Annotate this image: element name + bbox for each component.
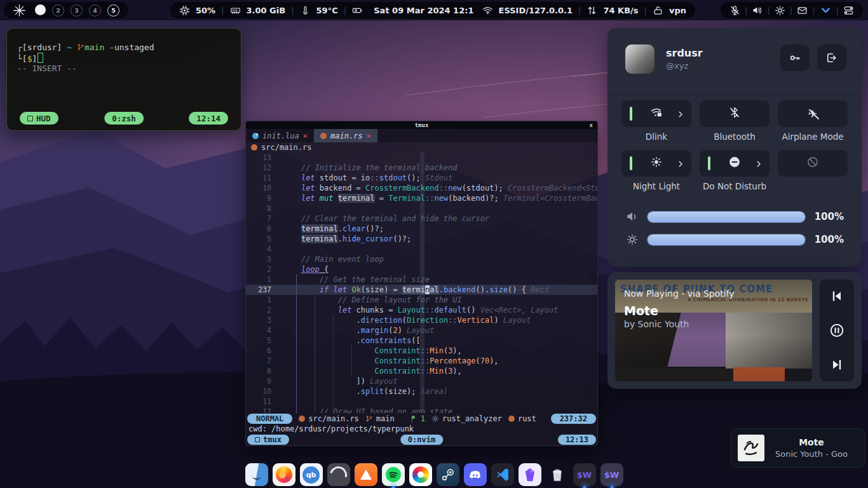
dock-obsidian-icon[interactable] [519, 463, 541, 486]
volume-icon[interactable] [752, 5, 763, 16]
code-line[interactable]: 6 terminal.clear()?; [246, 224, 597, 234]
code-line[interactable]: 2 loop { [246, 264, 597, 274]
dock-vlc-icon[interactable] [355, 463, 377, 486]
wifi-icon[interactable] [482, 5, 493, 16]
line-number: 4 [246, 244, 276, 254]
rust-file-icon [251, 144, 257, 151]
dock-media-app-icon[interactable] [327, 463, 350, 486]
workspace-4[interactable]: 4 [89, 4, 101, 17]
editor-window[interactable]: tmuxx init.lua×main.rs× src/main.rs 1312… [245, 121, 598, 446]
code-line[interactable]: 10 let backend = CrosstermBackend::new(s… [246, 183, 597, 193]
workspace-3[interactable]: 3 [71, 4, 83, 17]
close-icon[interactable]: x [590, 121, 593, 129]
brightness-slider[interactable] [647, 234, 806, 246]
code-text: let mut terminal = Terminal::new(backend… [276, 193, 597, 203]
speaker-slider[interactable] [647, 211, 806, 223]
terminal-window[interactable]: ┌[srdusr] ~ main -unstaged └[$] -- INSER… [6, 28, 241, 131]
settings-icon[interactable] [775, 5, 785, 16]
terminal-statusbar-session[interactable]: HUD [20, 112, 58, 125]
dock-steam-icon[interactable] [437, 463, 459, 486]
toggles-icon[interactable] [843, 5, 854, 16]
notification-body: Sonic Youth - Goo [764, 449, 858, 459]
code-line[interactable]: 1 // Get the terminal size [246, 274, 597, 285]
workspace-list: 2345 [35, 4, 119, 17]
code-line[interactable]: 5 terminal.hide_cursor()?; [246, 234, 597, 244]
toggle-label: Dlink [646, 132, 667, 142]
window-titlebar[interactable]: tmuxx [246, 121, 597, 129]
dock-firefox-icon[interactable] [273, 463, 295, 486]
dock-qbittorrent-icon[interactable]: qb [300, 463, 323, 486]
code-text: // Initialize the terminal backend [276, 163, 597, 173]
toggle-dlink[interactable] [621, 100, 691, 127]
dock-spotify-icon[interactable] [382, 463, 405, 486]
code-line[interactable]: 7 // Clear the terminal and hide the cur… [246, 214, 597, 224]
code-line[interactable]: 2 let chunks = Layout::default() Vec<Rec… [246, 305, 597, 315]
code-line[interactable]: 7 Constraint::Percentage(70), [246, 356, 597, 366]
chevron-right-icon[interactable] [676, 159, 685, 168]
code-line[interactable]: 9 let mut terminal = Terminal::new(backe… [246, 193, 597, 203]
dock-vscode-icon[interactable] [491, 463, 514, 486]
toggle-do-not-disturb[interactable] [700, 150, 770, 177]
code-line[interactable]: 3 .direction(Direction::Vertical) Layout [246, 315, 597, 325]
toggle-airplane-mode[interactable]: ✈ [778, 100, 848, 127]
code-text: let chunks = Layout::default() Vec<Rect>… [276, 305, 597, 315]
terminal-prompt-line1: ┌[srdusr] ~ main -unstaged [17, 43, 154, 52]
distro-logo-icon[interactable] [13, 4, 26, 17]
code-line[interactable]: 11 [246, 396, 597, 407]
code-line[interactable]: 13 [246, 152, 597, 163]
tmux-window-badge[interactable]: 0:nvim [400, 435, 443, 445]
code-line[interactable]: 6 Constraint::Min(3), [246, 346, 597, 356]
code-line[interactable]: 1 // Define layout for the UI [246, 295, 597, 305]
previous-button[interactable] [829, 288, 844, 304]
tray-mail-icon[interactable] [797, 5, 808, 16]
tmux-session-badge[interactable]: tmux [247, 435, 289, 445]
tab-close-icon[interactable]: × [303, 132, 308, 140]
code-line[interactable]: 9 ]) Layout [246, 376, 597, 386]
vpn-icon[interactable] [653, 5, 663, 16]
notification-toast[interactable]: Mote Sonic Youth - Goo [731, 428, 865, 468]
pause-button[interactable] [829, 323, 844, 338]
avatar[interactable] [625, 44, 654, 74]
dock-photos-icon[interactable] [409, 463, 432, 486]
workspace-2[interactable]: 2 [52, 4, 64, 17]
tab-init.lua[interactable]: init.lua× [246, 129, 314, 142]
code-line[interactable]: 8 [246, 203, 597, 214]
code-line[interactable]: 4 [246, 244, 597, 254]
tab-close-icon[interactable]: × [367, 132, 371, 140]
code-area[interactable]: 1312 // Initialize the terminal backend1… [246, 152, 597, 413]
code-line[interactable]: 12 // Initialize the terminal backend [246, 163, 597, 173]
code-line[interactable]: 10 .split(size); (area) [246, 386, 597, 396]
code-line[interactable]: 5 .constraints([ [246, 336, 597, 346]
code-line[interactable]: 3 // Main event loop [246, 254, 597, 264]
workspace-1[interactable] [35, 4, 46, 15]
toggle-bluetooth[interactable] [700, 100, 770, 127]
dock-discord-icon[interactable] [464, 463, 487, 486]
divider [607, 89, 862, 90]
chevron-right-icon[interactable] [676, 109, 685, 118]
toggle-blocked[interactable] [778, 150, 848, 177]
code-line[interactable]: 8 Constraint::Min(3), [246, 366, 597, 376]
dock-trash-icon[interactable] [546, 463, 569, 486]
dock-sw-app-light-icon[interactable]: $W [600, 463, 623, 486]
toggle-night-light[interactable] [621, 150, 691, 177]
logout-button[interactable] [817, 44, 846, 71]
chevron-down-icon[interactable] [820, 4, 832, 17]
dock-sw-app-dark-icon[interactable]: $W [573, 463, 596, 486]
next-button[interactable] [829, 357, 844, 372]
dock-file-manager-icon[interactable] [245, 463, 268, 486]
code-lines: 1312 // Initialize the terminal backend1… [246, 152, 597, 413]
battery-icon [352, 5, 363, 16]
code-line[interactable]: 11 let stdout = io::stdout(); Stdout [246, 173, 597, 183]
code-text [276, 152, 597, 163]
chevron-right-icon[interactable] [754, 159, 763, 168]
statusline-file: src/main.rs [299, 414, 358, 423]
keyring-button[interactable] [780, 44, 810, 71]
terminal-statusbar-window[interactable]: 0:zsh [104, 112, 144, 125]
code-line[interactable]: 12 // Draw UI based on app state [246, 407, 597, 413]
code-line[interactable]: 4 .margin(2) Layout [246, 325, 597, 336]
code-line-current[interactable]: 237 if let Ok(size) = terminal.backend()… [246, 285, 597, 295]
network-pill: ESSID/127.0.0.1 | 74 KB/s | vpn [473, 2, 695, 18]
tab-main.rs[interactable]: main.rs× [314, 129, 377, 142]
workspace-5[interactable]: 5 [107, 4, 119, 17]
mic-muted-icon[interactable] [729, 5, 740, 16]
